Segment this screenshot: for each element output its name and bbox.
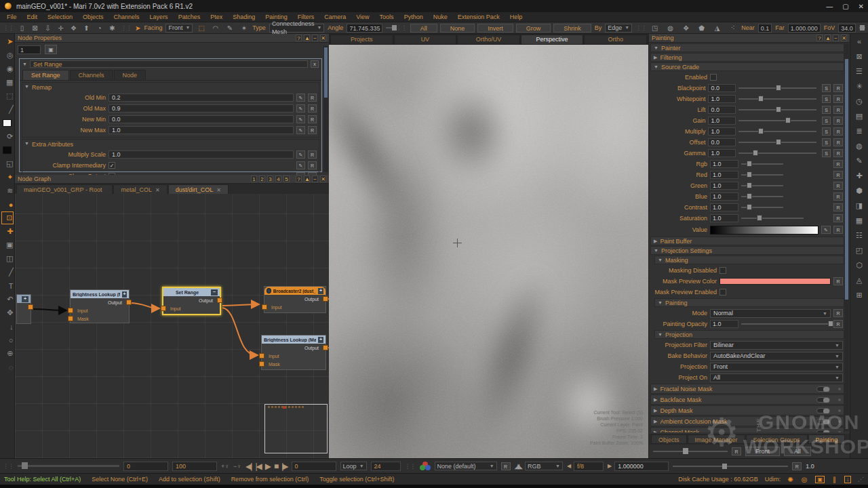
reset-button[interactable]: R [833,138,843,146]
mask-port[interactable] [259,361,264,367]
minimize-button[interactable]: — [826,3,833,10]
colors-palette-icon[interactable]: ▦ [852,214,866,226]
node-graph-canvas[interactable]: + Brightness Lookup (Masked)1 + Output I… [15,194,329,458]
viewport-tab[interactable]: UV [394,35,457,44]
menu-item[interactable]: File [7,14,17,20]
grade-value-field[interactable]: 1.0 [710,214,738,222]
graph-view-button[interactable]: 4 [275,176,281,182]
lasso-tool-icon[interactable]: ◌ [1,361,14,373]
by-dropdown[interactable]: Edge▼ [605,24,632,33]
mask-toggle[interactable] [816,397,830,403]
curve-button[interactable]: ✎ [296,150,305,159]
paint-select-icon[interactable]: ✶ [239,24,249,32]
viewport-tab[interactable]: Ortho/UV [457,35,520,44]
layers-tool-icon[interactable]: ≋ [1,184,14,197]
tab-close-icon[interactable]: ✕ [155,187,160,193]
history-palette-icon[interactable]: ◷ [852,95,866,107]
value-field[interactable]: 0.0 [108,115,294,123]
selection-button[interactable]: Grow [516,24,551,33]
default-colors-icon[interactable]: ◱ [1,157,14,170]
projection-settings-section-bar[interactable]: ▼Projection Settings [650,246,844,255]
toolbar-grip[interactable]: ⋮⋮ [396,24,407,31]
graph-view-button[interactable]: 3 [267,176,273,182]
loop-dropdown[interactable]: Loop▼ [340,462,367,470]
input-port[interactable] [68,308,73,313]
layers-palette-icon[interactable]: ☰ [852,65,866,77]
maximize-button[interactable]: ▢ [842,3,848,10]
close-button[interactable]: ✕ [859,3,864,10]
close-icon[interactable]: ✕ [320,176,326,182]
value-gradient-bar[interactable] [710,226,818,235]
menu-item[interactable]: Patches [178,14,201,20]
menu-item[interactable]: Camera [324,14,346,20]
reset-button[interactable]: R [501,462,511,470]
reset-button[interactable]: R [308,126,317,134]
graph-node-broadcaster[interactable]: Broadcaster2 (dust_SPR) + Output Input [264,286,326,313]
patch-status-icon[interactable]: ▣ [815,476,825,483]
collapse-arrow-icon[interactable]: ▼ [24,141,29,148]
dashboard-icon[interactable]: ◔ [94,24,104,32]
current-frame-field[interactable]: 0 [292,462,336,471]
painting-opacity-field[interactable]: 1.0 [710,320,738,328]
transport-grip[interactable]: ⋮⋮ [3,463,14,470]
reset-button[interactable]: R [833,192,843,201]
close-dock-icon[interactable]: ⊠ [852,50,866,62]
transport-grip[interactable]: ⋮⋮ [405,463,416,470]
gain-slider[interactable] [673,466,788,467]
value-field[interactable]: 0.2 [108,94,294,102]
projection-front-button[interactable]: Front [745,447,780,456]
exposure-down-button[interactable]: ◀ [567,463,570,469]
node-graph-tab[interactable]: metal_COL ✕ [113,184,167,195]
save-project-icon[interactable]: ⇩ [43,24,53,32]
group-close-button[interactable]: x [311,60,319,68]
grade-slider[interactable] [738,87,816,89]
value-field[interactable]: 1.0 [108,126,294,134]
palette-tab[interactable]: Selection Groups [746,434,808,444]
add-keyframe-button[interactable]: +♀ [221,463,229,470]
graph-node-brightness-lookup-2[interactable]: Brightness Lookup (Masked)2 + Output Inp… [261,335,326,370]
background-color-swatch[interactable] [1,144,14,157]
paint-region-tool-icon[interactable]: ⊡ [1,211,14,224]
menu-item[interactable]: Tools [380,14,394,20]
add-palette-icon[interactable]: ✚ [852,169,866,182]
grade-slider[interactable] [741,185,783,186]
menu-item[interactable]: Channels [114,14,140,20]
facing-dropdown[interactable]: Front▼ [165,24,193,33]
brush-editor-palette-icon[interactable]: ✎ [852,155,866,167]
target-status-icon[interactable]: ◎ [802,476,808,483]
selection-button[interactable]: Invert [477,24,513,33]
collapse-icon[interactable]: ▲ [304,176,310,182]
shaded-icon[interactable]: ◍ [665,24,675,32]
near-field[interactable]: 0.1 [758,24,772,33]
viewport-tab[interactable]: Ortho [584,35,647,44]
ellipse-tool-icon[interactable]: ○ [1,333,14,346]
node-properties-tab[interactable]: Node [114,70,146,80]
toolbar-grip[interactable]: ⋮⋮ [121,24,132,31]
move-tool-icon[interactable]: ✥ [1,306,14,319]
display-preset-dropdown[interactable]: None (default)▼ [435,462,497,470]
set-key-button[interactable]: S [822,127,831,136]
go-to-start-button[interactable]: |◀ [255,462,260,471]
mask-toggle[interactable] [816,430,830,433]
frame-start-field[interactable]: 0 [123,462,168,471]
add-node-tool-icon[interactable]: ✚ [1,225,14,238]
tool-properties-palette-icon[interactable]: ◬ [852,274,866,286]
painting-palette-header[interactable]: Painting ?▲−✕ [649,34,850,43]
help-icon[interactable]: ? [296,35,302,41]
projection-filter-dropdown[interactable]: Bilinear▼ [710,341,843,350]
reset-button[interactable]: R [308,104,317,113]
reset-button[interactable]: R [308,150,317,159]
settings-gear-icon[interactable]: ✱ [107,24,117,32]
node-add-icon[interactable]: + [318,337,323,343]
grade-slider[interactable] [741,207,783,208]
mask-preview-color-swatch[interactable] [719,278,831,285]
export-icon[interactable]: ⬆ [81,24,92,32]
paint-mode-dropdown[interactable]: Normal▼ [710,309,831,318]
collapse-icon[interactable]: ▲ [825,35,831,41]
grade-value-field[interactable]: 1.0 [710,160,738,168]
foreground-color-swatch[interactable] [1,117,14,129]
tab-close-icon[interactable]: ✕ [216,187,221,193]
projection-dropdown[interactable]: Front▼ [710,363,843,371]
palette-tab[interactable]: Painting [808,434,846,444]
mask-toggle[interactable] [816,386,830,392]
